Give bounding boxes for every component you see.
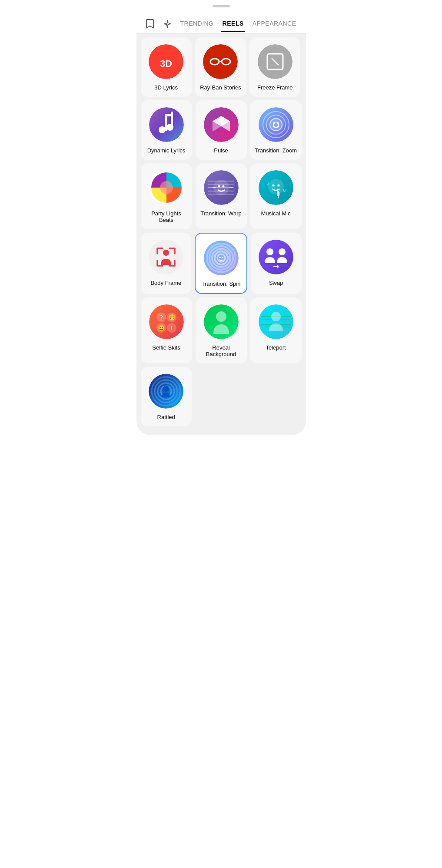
svg-point-36 <box>218 185 220 188</box>
svg-point-56 <box>219 257 221 258</box>
icon-musical-mic: ♪ ♫ <box>259 170 293 205</box>
label-transition-spin: Transition: Spin <box>202 281 241 287</box>
svg-rect-14 <box>171 112 173 128</box>
svg-point-48 <box>149 240 183 274</box>
svg-point-77 <box>271 312 281 321</box>
svg-point-49 <box>163 250 169 256</box>
svg-text:😄: 😄 <box>158 324 165 332</box>
svg-point-26 <box>277 122 279 124</box>
nav-tabs: TRENDING REELS APPEARANCE <box>176 16 300 32</box>
svg-text:!: ! <box>171 324 173 331</box>
label-teleport: Teleport <box>266 344 286 351</box>
icon-rayban <box>203 44 238 79</box>
effects-grid: 3D 3D Lyrics Ray-Ban Stories <box>136 34 306 435</box>
svg-point-61 <box>149 304 184 339</box>
label-party-lights: Party Lights Beats <box>144 210 189 223</box>
row-3: Body Frame <box>141 233 302 294</box>
drag-bar <box>213 5 230 7</box>
svg-text:3D: 3D <box>160 58 172 69</box>
svg-point-28 <box>160 181 173 194</box>
svg-rect-12 <box>165 114 167 131</box>
svg-point-83 <box>163 386 169 392</box>
svg-point-37 <box>222 185 224 188</box>
label-transition-zoom: Transition: Zoom <box>255 147 297 154</box>
label-body-frame: Body Frame <box>150 280 181 286</box>
label-freeze-frame: Freeze Frame <box>257 84 293 91</box>
svg-point-25 <box>273 122 275 124</box>
svg-text:♫: ♫ <box>282 187 286 193</box>
icon-selfie-skits: ? 😊 😄 ! <box>149 304 184 339</box>
item-swap[interactable]: Swap <box>251 233 302 294</box>
item-party-lights[interactable]: Party Lights Beats <box>141 163 192 229</box>
label-musical-mic: Musical Mic <box>261 210 291 217</box>
tab-reels[interactable]: REELS <box>218 16 248 32</box>
icon-freeze-frame <box>258 44 292 79</box>
sparkle-icon[interactable] <box>159 14 176 33</box>
svg-point-10 <box>159 126 166 133</box>
label-swap: Swap <box>269 280 283 286</box>
item-transition-warp[interactable]: ← → Transition: Warp <box>196 163 247 229</box>
label-selfie-skits: Selfie Skits <box>152 344 180 351</box>
label-rayban: Ray-Ban Stories <box>200 84 241 91</box>
tab-appearance[interactable]: APPEARANCE <box>248 16 301 32</box>
svg-text:←: ← <box>211 184 217 191</box>
icon-transition-spin <box>204 241 239 275</box>
item-selfie-skits[interactable]: ? 😊 😄 ! Selfie Skits <box>141 297 192 363</box>
icon-party-lights <box>149 170 184 205</box>
item-dynamic-lyrics[interactable]: Dynamic Lyrics <box>141 100 192 160</box>
label-dynamic-lyrics: Dynamic Lyrics <box>147 147 186 154</box>
item-pulse[interactable]: Pulse <box>196 100 247 160</box>
item-freeze-frame[interactable]: Freeze Frame <box>249 37 300 97</box>
tab-trending[interactable]: TRENDING <box>176 16 218 32</box>
item-body-frame[interactable]: Body Frame <box>141 233 192 294</box>
icon-rattled <box>149 374 183 409</box>
empty-space-2 <box>250 367 301 426</box>
icon-body-frame <box>149 240 183 274</box>
nav-bar: TRENDING REELS APPEARANCE <box>136 11 306 34</box>
label-3d-lyrics: 3D Lyrics <box>154 84 178 91</box>
svg-text:😊: 😊 <box>168 314 176 321</box>
svg-point-41 <box>268 179 284 195</box>
bookmark-icon[interactable] <box>142 14 159 33</box>
icon-transition-warp: ← → <box>204 170 239 205</box>
partial-top-row: 3D 3D Lyrics Ray-Ban Stories <box>141 37 302 97</box>
svg-point-71 <box>216 311 226 322</box>
icon-teleport <box>259 304 293 339</box>
svg-point-72 <box>259 304 293 339</box>
row-2: Party Lights Beats <box>141 163 302 229</box>
svg-point-58 <box>259 240 293 274</box>
label-rattled: Rattled <box>157 414 175 420</box>
empty-space-1 <box>195 367 246 426</box>
icon-transition-zoom <box>259 107 293 142</box>
icon-3d-lyrics: 3D <box>149 44 183 79</box>
icon-pulse <box>204 107 239 142</box>
label-transition-warp: Transition: Warp <box>200 210 241 217</box>
svg-point-42 <box>272 185 274 187</box>
svg-text:♪: ♪ <box>266 181 269 187</box>
svg-point-60 <box>279 248 286 255</box>
item-rattled[interactable]: Rattled <box>141 367 192 426</box>
item-rayban[interactable]: Ray-Ban Stories <box>195 37 246 97</box>
item-transition-zoom[interactable]: Transition: Zoom <box>250 100 302 160</box>
row-1: Dynamic Lyrics Puls <box>141 100 302 160</box>
item-teleport[interactable]: Teleport <box>250 297 302 363</box>
label-reveal-background: Reveal Background <box>199 344 243 357</box>
label-pulse: Pulse <box>214 147 228 154</box>
item-reveal-background[interactable]: Reveal Background <box>196 297 247 363</box>
item-3d-lyrics[interactable]: 3D 3D Lyrics <box>141 37 192 97</box>
svg-text:→: → <box>228 184 234 191</box>
item-transition-spin[interactable]: Transition: Spin <box>195 233 247 294</box>
svg-point-59 <box>266 248 273 255</box>
icon-dynamic-lyrics <box>149 107 184 142</box>
icon-swap <box>259 240 293 274</box>
drag-handle <box>136 0 306 11</box>
svg-point-57 <box>222 257 223 258</box>
row-5: Rattled <box>141 367 302 426</box>
icon-reveal-background <box>204 304 239 339</box>
row-4: ? 😊 😄 ! Selfie Skits <box>141 297 302 363</box>
svg-rect-44 <box>277 191 279 196</box>
item-musical-mic[interactable]: ♪ ♫ Musical Mic <box>250 163 302 229</box>
svg-text:?: ? <box>160 314 163 321</box>
svg-point-43 <box>277 185 279 187</box>
svg-point-24 <box>269 118 283 132</box>
